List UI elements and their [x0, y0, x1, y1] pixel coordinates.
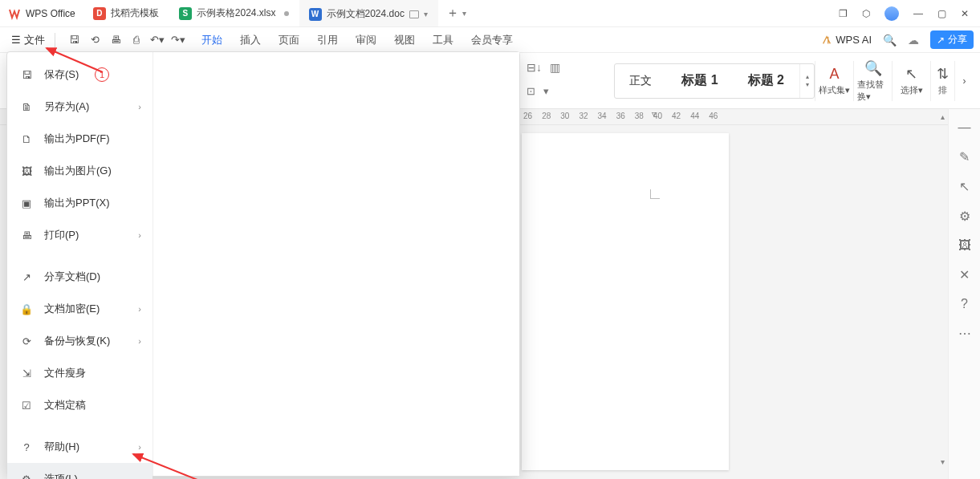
- cube-icon[interactable]: ⬡: [862, 8, 870, 19]
- menu-encrypt[interactable]: 🔒 文档加密(E) ›: [7, 293, 152, 325]
- window-controls: ❐ ⬡ — ▢ ✕: [828, 6, 980, 21]
- indent-icon[interactable]: ⊟↓: [527, 61, 542, 74]
- search-icon: 🔍: [864, 59, 882, 77]
- save-icon: 🖫: [18, 67, 35, 83]
- minus-icon[interactable]: —: [958, 120, 971, 135]
- tab-review[interactable]: 审阅: [356, 33, 376, 47]
- scroll-up-icon[interactable]: ▴: [941, 112, 945, 121]
- search-icon[interactable]: 🔍: [883, 34, 897, 47]
- separator: [55, 33, 55, 47]
- menu-label: 输出为PPT(X): [44, 196, 110, 210]
- menu-share-doc[interactable]: ↗ 分享文档(D): [7, 261, 152, 293]
- tab-home[interactable]: 开始: [201, 33, 222, 47]
- tab-spreadsheet[interactable]: S 示例表格2024.xlsx: [169, 0, 299, 26]
- app-brand: WPS Office: [0, 0, 83, 26]
- preview-icon[interactable]: ⎙: [129, 33, 144, 47]
- menu-finalize[interactable]: ☑ 文档定稿: [7, 389, 152, 421]
- menu-print[interactable]: 🖶 打印(P) ›: [7, 219, 152, 251]
- sync-icon[interactable]: ⟲: [87, 33, 102, 47]
- sliders-icon[interactable]: ⚙: [959, 209, 970, 224]
- tab-insert[interactable]: 插入: [240, 33, 261, 47]
- more-icon[interactable]: ⋯: [958, 326, 971, 341]
- ruler-num: 34: [598, 112, 607, 120]
- style-more-button[interactable]: ▴▾: [799, 64, 814, 98]
- ruler-icon[interactable]: ⊡: [527, 85, 535, 97]
- pdf-icon: 🗋: [18, 131, 35, 147]
- maximize-button[interactable]: ▢: [937, 8, 946, 19]
- image-icon: 🖼: [18, 163, 35, 179]
- menu-slim[interactable]: ⇲ 文件瘦身: [7, 357, 152, 389]
- menu-backup[interactable]: ⟳ 备份与恢复(K) ›: [7, 325, 152, 357]
- columns-icon[interactable]: ▥: [550, 61, 560, 74]
- tools-icon[interactable]: ✕: [959, 267, 970, 282]
- ribbon-misc-row1: ⊟↓ ▥: [527, 61, 560, 74]
- select-button[interactable]: ↖ 选择▾: [892, 61, 930, 101]
- menu-save-as[interactable]: 🗎 另存为(A) ›: [7, 91, 152, 123]
- tab-reference[interactable]: 引用: [317, 33, 338, 47]
- pen-icon[interactable]: ✎: [959, 149, 970, 164]
- dropdown-icon[interactable]: ▾: [543, 85, 549, 97]
- share-icon: ↗: [18, 269, 35, 285]
- menu-label: 文件瘦身: [44, 366, 86, 380]
- compress-icon: ⇲: [18, 365, 35, 381]
- menu-label: 输出为图片(G): [44, 164, 112, 178]
- minimize-button[interactable]: —: [913, 8, 923, 19]
- window-copy-icon[interactable]: ❐: [839, 8, 848, 19]
- redo-icon[interactable]: ↷▾: [171, 33, 185, 47]
- find-replace-button[interactable]: 🔍 查找替换▾: [853, 61, 892, 101]
- ribbon-more-button[interactable]: ›: [954, 61, 974, 101]
- menu-help[interactable]: ? 帮助(H) ›: [7, 431, 152, 463]
- save-icon[interactable]: 🖫: [67, 33, 81, 47]
- tab-view[interactable]: 视图: [394, 33, 415, 47]
- image-icon[interactable]: 🖼: [958, 238, 971, 253]
- file-menu-button[interactable]: ☰ 文件: [6, 31, 50, 49]
- ai-label: WPS AI: [836, 34, 872, 46]
- tab-template[interactable]: D 找稻壳模板: [83, 0, 169, 26]
- menu-icon: ☰: [11, 34, 21, 46]
- help-icon[interactable]: ?: [961, 297, 968, 311]
- document-page[interactable]: [522, 133, 729, 470]
- tab-page[interactable]: 页面: [279, 33, 299, 47]
- ruler-marker-icon[interactable]: ▿: [652, 109, 656, 118]
- scroll-down-icon[interactable]: ▾: [941, 457, 945, 466]
- print-icon[interactable]: 🖶: [108, 33, 123, 47]
- menu-options[interactable]: ⚙ 选项(L): [7, 463, 152, 479]
- styleset-button[interactable]: A 样式集▾: [815, 61, 853, 101]
- style-heading1[interactable]: 标题 1: [667, 64, 733, 98]
- dirty-dot-icon: [284, 11, 289, 16]
- tab-document[interactable]: W 示例文档2024.doc ▾: [299, 0, 438, 26]
- writer-icon: W: [309, 8, 322, 21]
- ruler-numbers: 26 28 30 32 34 36 38 40 42 44 46: [523, 112, 718, 120]
- menu-save[interactable]: 🖫 保存(S): [7, 59, 152, 91]
- menu-label: 帮助(H): [44, 440, 79, 454]
- styleset-label: 样式集▾: [819, 84, 850, 96]
- share-icon: ↗: [937, 35, 945, 46]
- quick-access: 🖫 ⟲ 🖶 ⎙ ↶▾ ↷▾: [67, 33, 185, 47]
- main-tabs: 开始 插入 页面 引用 审阅 视图 工具 会员专享: [201, 33, 513, 47]
- file-menu: 🖫 保存(S) 🗎 另存为(A) › 🗋 输出为PDF(F) 🖼 输出为图片(G…: [6, 51, 520, 477]
- menu-export-pdf[interactable]: 🗋 输出为PDF(F): [7, 123, 152, 155]
- lock-icon: 🔒: [18, 301, 35, 317]
- sheet-icon: S: [179, 7, 192, 20]
- cursor-icon[interactable]: ↖: [959, 179, 970, 194]
- style-normal[interactable]: 正文: [615, 64, 667, 98]
- arrange-button[interactable]: ⇅ 排: [930, 61, 954, 101]
- share-button[interactable]: ↗ 分享: [930, 30, 974, 49]
- window-icon: [409, 10, 419, 18]
- toolbar-right: WPS AI 🔍 ☁ ↗ 分享: [821, 30, 974, 49]
- menu-export-ppt[interactable]: ▣ 输出为PPT(X): [7, 187, 152, 219]
- new-tab-button[interactable]: ＋ ▾: [438, 0, 474, 26]
- tab-member[interactable]: 会员专享: [471, 33, 513, 47]
- menu-label: 选项(L): [44, 472, 78, 479]
- menu-export-image[interactable]: 🖼 输出为图片(G): [7, 155, 152, 187]
- wps-ai-button[interactable]: WPS AI: [821, 34, 872, 46]
- share-label: 分享: [948, 33, 967, 47]
- close-button[interactable]: ✕: [961, 8, 969, 19]
- tab-tools[interactable]: 工具: [433, 33, 453, 47]
- style-heading2[interactable]: 标题 2: [734, 64, 799, 98]
- avatar[interactable]: [884, 6, 899, 21]
- undo-icon[interactable]: ↶▾: [150, 33, 165, 47]
- chevron-right-icon: ›: [138, 304, 141, 314]
- cloud-icon[interactable]: ☁: [908, 34, 919, 47]
- ruler-num: 46: [709, 112, 718, 120]
